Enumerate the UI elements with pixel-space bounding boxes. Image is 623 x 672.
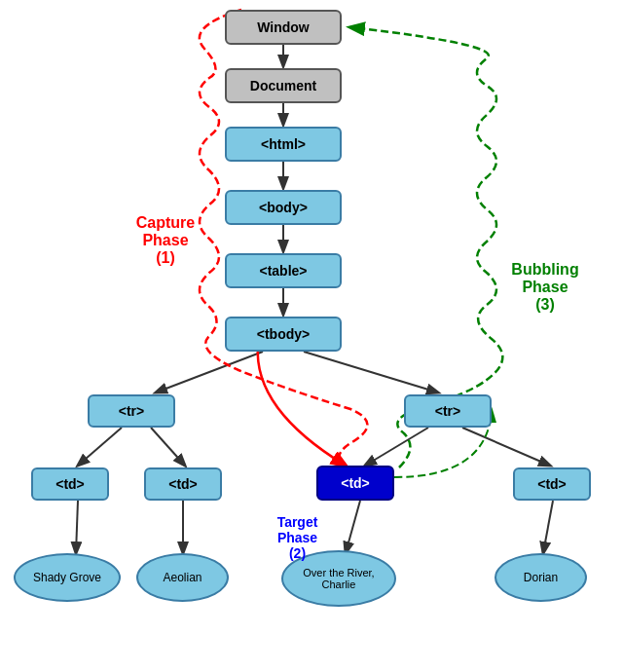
table-node: <table> <box>225 253 342 288</box>
tbody-node: <tbody> <box>225 317 342 352</box>
window-node: Window <box>225 10 342 45</box>
tr2-node: <tr> <box>404 394 492 428</box>
oval-shady-grove: Shady Grove <box>14 553 121 602</box>
bubbling-phase-label: BubblingPhase(3) <box>496 261 594 314</box>
td3-node-target: <td> <box>316 466 394 501</box>
svg-line-9 <box>365 428 428 466</box>
event-propagation-diagram: Window Document <html> <body> <table> <t… <box>0 0 623 672</box>
document-node: Document <box>225 68 342 103</box>
svg-line-7 <box>78 428 122 466</box>
html-node: <html> <box>225 127 342 162</box>
capture-phase-label: CapturePhase(1) <box>127 214 204 267</box>
svg-line-8 <box>151 428 185 466</box>
svg-line-5 <box>156 352 263 392</box>
svg-line-11 <box>76 501 78 553</box>
td4-node: <td> <box>513 467 591 501</box>
svg-line-13 <box>346 501 360 553</box>
svg-line-14 <box>543 501 553 553</box>
svg-line-6 <box>304 352 438 392</box>
oval-dorian: Dorian <box>495 553 587 602</box>
target-phase-label: TargetPhase(2) <box>261 514 334 561</box>
oval-aeolian: Aeolian <box>136 553 229 602</box>
td1-node: <td> <box>31 467 109 501</box>
tr1-node: <tr> <box>88 394 175 428</box>
svg-line-10 <box>462 428 550 466</box>
body-node: <body> <box>225 190 342 225</box>
td2-node: <td> <box>144 467 222 501</box>
